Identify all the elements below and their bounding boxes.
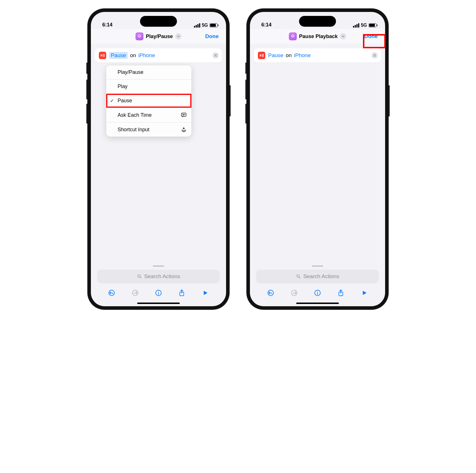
menu-item-shortcut-input[interactable]: Shortcut Input	[106, 122, 191, 137]
dynamic-island	[140, 16, 177, 27]
nav-title: Pause Playback	[299, 34, 338, 39]
shortcuts-app-icon	[289, 32, 297, 40]
network-label: 5G	[202, 23, 208, 28]
battery-icon	[369, 23, 377, 27]
checkmark-icon: ✓	[110, 98, 114, 103]
share-button[interactable]	[335, 287, 346, 299]
home-indicator[interactable]	[137, 303, 180, 304]
svg-point-11	[317, 291, 318, 292]
battery-icon	[210, 23, 218, 27]
clock: 6:14	[261, 22, 272, 28]
redo-button[interactable]	[130, 287, 141, 299]
iphone-left: 6:14 5G Play/Pause Done	[87, 9, 229, 310]
sheet-grabber[interactable]	[153, 265, 164, 267]
signal-icon	[353, 23, 359, 28]
remove-action-icon[interactable]	[371, 52, 378, 59]
action-param-pause[interactable]: Pause	[268, 52, 283, 59]
action-row[interactable]: Pause on iPhone	[95, 48, 222, 62]
playpause-action-icon	[258, 52, 265, 59]
action-device[interactable]: iPhone	[294, 52, 311, 59]
home-indicator[interactable]	[296, 303, 339, 304]
dynamic-island	[299, 16, 336, 27]
search-actions[interactable]: Search Actions	[97, 270, 220, 283]
action-connector: on	[130, 52, 136, 59]
message-icon	[181, 112, 187, 118]
info-button[interactable]	[153, 287, 164, 299]
svg-point-1	[138, 275, 140, 277]
stack-download-icon	[181, 126, 187, 133]
nav-bar: Play/Pause Done	[91, 29, 226, 44]
bottom-toolbar	[97, 286, 220, 301]
clock: 6:14	[102, 22, 112, 28]
run-button[interactable]	[200, 287, 211, 299]
menu-item-pause[interactable]: ✓ Pause	[106, 94, 191, 108]
svg-rect-0	[181, 113, 186, 116]
menu-item-ask-each-time[interactable]: Ask Each Time	[106, 108, 191, 122]
menu-item-playpause[interactable]: Play/Pause	[106, 65, 191, 80]
search-icon	[296, 274, 301, 279]
share-button[interactable]	[176, 287, 187, 299]
search-icon	[137, 274, 142, 279]
run-button[interactable]	[359, 287, 370, 299]
signal-icon	[194, 23, 200, 28]
svg-point-5	[158, 291, 159, 292]
iphone-right: 6:14 5G Pause Playback Done	[247, 9, 389, 310]
menu-item-play[interactable]: Play	[106, 80, 191, 94]
svg-point-7	[297, 275, 299, 277]
sheet-grabber[interactable]	[312, 265, 323, 267]
playpause-action-icon	[99, 52, 106, 59]
done-button[interactable]: Done	[204, 32, 221, 41]
action-param-pause[interactable]: Pause	[109, 52, 128, 59]
shortcuts-app-icon	[135, 32, 143, 40]
action-row[interactable]: Pause on iPhone	[254, 48, 381, 62]
highlight-done-button	[363, 34, 386, 48]
action-device[interactable]: iPhone	[138, 52, 155, 59]
undo-button[interactable]	[265, 287, 276, 299]
nav-title: Play/Pause	[146, 34, 173, 39]
redo-button[interactable]	[289, 287, 300, 299]
info-button[interactable]	[312, 287, 323, 299]
remove-action-icon[interactable]	[212, 52, 219, 59]
undo-button[interactable]	[106, 287, 117, 299]
parameter-menu: Play/Pause Play ✓ Pause Ask Each Time	[106, 65, 191, 137]
title-chevron-icon[interactable]	[175, 33, 181, 39]
title-chevron-icon[interactable]	[340, 33, 346, 39]
action-connector: on	[286, 52, 292, 59]
search-actions[interactable]: Search Actions	[256, 270, 379, 283]
bottom-toolbar	[256, 286, 379, 301]
network-label: 5G	[361, 23, 367, 28]
